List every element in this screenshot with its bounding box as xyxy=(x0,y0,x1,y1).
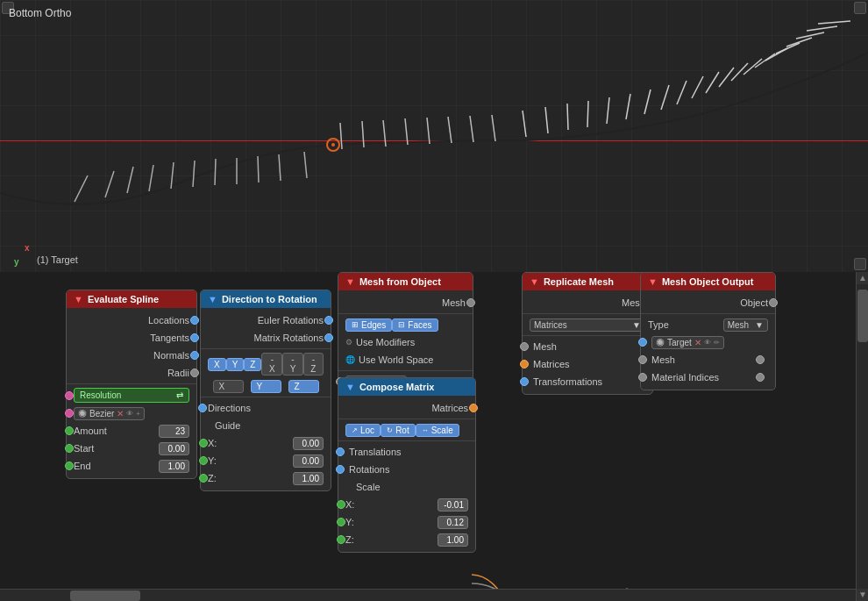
amount-value[interactable]: 23 xyxy=(159,425,189,438)
loc-button[interactable]: ↗ Loc xyxy=(345,424,381,437)
scale-z-val[interactable]: 1.00 xyxy=(438,533,468,547)
guide-x[interactable]: 0.00 xyxy=(293,437,324,450)
resolution-button[interactable]: Resolution ⇄ xyxy=(74,388,189,403)
neg-x-btn[interactable]: -X xyxy=(261,353,282,376)
resolution-socket-l[interactable] xyxy=(65,391,74,400)
normals-socket[interactable] xyxy=(190,351,199,360)
corner-tr[interactable] xyxy=(854,2,866,14)
spline-canvas xyxy=(0,0,868,272)
replicate-mesh-header[interactable]: ▼ Replicate Mesh xyxy=(523,273,652,290)
evaluate-spline-title: Evaluate Spline xyxy=(88,294,159,304)
scale-button[interactable]: ↔ Scale xyxy=(416,424,459,437)
output-mesh-socket[interactable] xyxy=(638,355,647,364)
svg-line-21 xyxy=(567,104,568,130)
bezier-socket[interactable] xyxy=(65,409,74,418)
z-btn2[interactable]: Z xyxy=(288,380,319,393)
replicate-matrices-socket[interactable] xyxy=(520,360,529,368)
translations-row: Translations xyxy=(338,443,475,461)
replicate-mesh-body: Mesh Matrices ▼ Mesh Matrices xyxy=(523,290,652,394)
object-out-socket[interactable] xyxy=(769,298,778,307)
svg-line-22 xyxy=(587,101,588,127)
node-evaluate-spline: ▼ Evaluate Spline Locations Tangents Nor… xyxy=(66,290,197,479)
y-btn2[interactable]: Y xyxy=(251,380,281,393)
compose-matrix-header[interactable]: ▼ Compose Matrix xyxy=(338,378,475,396)
guide-x-socket[interactable] xyxy=(199,439,208,447)
translations-socket[interactable] xyxy=(336,447,345,456)
vertical-scrollbar-thumb[interactable] xyxy=(857,290,868,342)
svg-line-17 xyxy=(470,116,473,142)
type-select[interactable]: Matrices ▼ xyxy=(530,318,645,332)
scale-x-val[interactable]: -0.01 xyxy=(438,498,468,512)
scale-row: Scale xyxy=(338,478,475,496)
svg-line-32 xyxy=(743,59,762,75)
y-btn-active[interactable]: Y xyxy=(226,358,245,371)
material-toggle[interactable] xyxy=(756,373,765,382)
directions-socket[interactable] xyxy=(198,404,207,412)
guide-z[interactable]: 1.00 xyxy=(293,472,324,485)
svg-line-1 xyxy=(105,171,114,197)
mesh-toggle[interactable] xyxy=(756,355,765,364)
normals-row: Normals xyxy=(67,347,196,364)
x-btn-active[interactable]: X xyxy=(208,358,226,371)
edges-button[interactable]: ⊞ Edges xyxy=(345,318,392,332)
matrix-rot-row: Matrix Rotations xyxy=(201,329,331,347)
loc-rot-scale-row: ↗ Loc ↻ Rot ↔ Scale xyxy=(338,421,475,439)
matrix-rot-socket[interactable] xyxy=(324,333,333,342)
svg-line-33 xyxy=(755,54,775,68)
tangents-socket[interactable] xyxy=(190,333,199,342)
neg-z-btn[interactable]: -Z xyxy=(303,353,324,376)
guide-z-socket[interactable] xyxy=(199,474,208,483)
guide-y[interactable]: 0.00 xyxy=(293,454,324,468)
mesh-object-output-body: Object Type Mesh ▼ 🔘 Target ✕ 👁 xyxy=(641,290,775,390)
end-socket[interactable] xyxy=(65,461,74,470)
evaluate-spline-header[interactable]: ▼ Evaluate Spline xyxy=(67,290,196,308)
matrices-out-socket[interactable] xyxy=(469,404,478,412)
locations-socket[interactable] xyxy=(190,316,199,325)
svg-line-20 xyxy=(545,107,548,133)
direction-to-rotation-header[interactable]: ▼ Direction to Rotation xyxy=(201,290,331,308)
target-label: (1) Target xyxy=(37,254,78,265)
output-type-select[interactable]: Mesh ▼ xyxy=(723,318,768,332)
radii-socket[interactable] xyxy=(190,368,199,377)
xyz-row: X Y Z -X -Y -Z xyxy=(201,351,331,377)
replicate-mesh-in-socket[interactable] xyxy=(520,342,529,351)
rot-button[interactable]: ↻ Rot xyxy=(381,424,416,437)
bezier-tag[interactable]: 🔘 Bezier ✕ 👁 + xyxy=(74,407,145,420)
euler-socket[interactable] xyxy=(324,316,333,325)
start-value[interactable]: 0.00 xyxy=(159,442,189,455)
svg-line-9 xyxy=(279,154,281,181)
target-tag[interactable]: 🔘 Target ✕ 👁 ✏ xyxy=(651,336,724,349)
euler-row: Euler Rotations xyxy=(201,311,331,329)
horizontal-scrollbar[interactable] xyxy=(0,589,856,601)
neg-y-btn[interactable]: -Y xyxy=(282,353,303,376)
output-target-socket[interactable] xyxy=(638,338,647,347)
svg-line-38 xyxy=(807,26,837,31)
scale-y-val[interactable]: 0.12 xyxy=(438,516,468,529)
svg-line-19 xyxy=(523,111,526,137)
replicate-transformations-socket[interactable] xyxy=(520,377,529,386)
svg-line-31 xyxy=(731,63,748,81)
z-btn-active[interactable]: Z xyxy=(244,358,261,371)
x-btn2[interactable]: X xyxy=(213,380,244,393)
scale-z-socket[interactable] xyxy=(337,535,345,544)
mesh-out-socket[interactable] xyxy=(466,298,475,307)
material-indices-socket[interactable] xyxy=(638,373,647,382)
node-mesh-from-object: ▼ Mesh from Object Mesh ⊞ Edges ⊟ Faces xyxy=(338,272,473,395)
scale-y-socket[interactable] xyxy=(337,518,345,526)
scale-x-socket[interactable] xyxy=(337,500,345,509)
scroll-down-btn[interactable]: ▼ xyxy=(857,589,868,601)
guide-y-socket[interactable] xyxy=(199,456,208,465)
mesh-from-object-header[interactable]: ▼ Mesh from Object xyxy=(338,273,473,290)
target-remove[interactable]: ✕ xyxy=(694,338,701,347)
scroll-up-btn[interactable]: ▲ xyxy=(857,272,868,284)
mesh-object-output-header[interactable]: ▼ Mesh Object Output xyxy=(641,273,775,290)
horizontal-scrollbar-thumb[interactable] xyxy=(70,590,140,601)
start-socket[interactable] xyxy=(65,444,74,453)
end-value[interactable]: 1.00 xyxy=(159,460,189,473)
vertical-scrollbar[interactable]: ▲ ▼ xyxy=(856,272,868,601)
corner-br[interactable] xyxy=(854,258,866,270)
rotations-socket[interactable] xyxy=(336,465,345,474)
faces-button[interactable]: ⊟ Faces xyxy=(392,318,438,332)
bezier-remove[interactable]: ✕ xyxy=(117,409,124,419)
amount-socket[interactable] xyxy=(65,426,74,435)
